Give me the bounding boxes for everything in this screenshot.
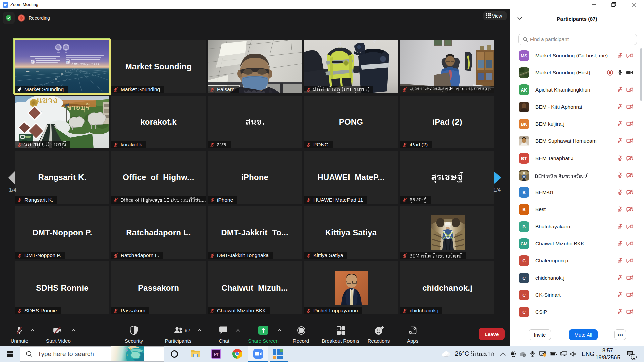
svg-text:M8: M8	[66, 61, 69, 63]
svg-text:M8: M8	[32, 61, 34, 63]
svg-text:Pr: Pr	[214, 352, 219, 357]
